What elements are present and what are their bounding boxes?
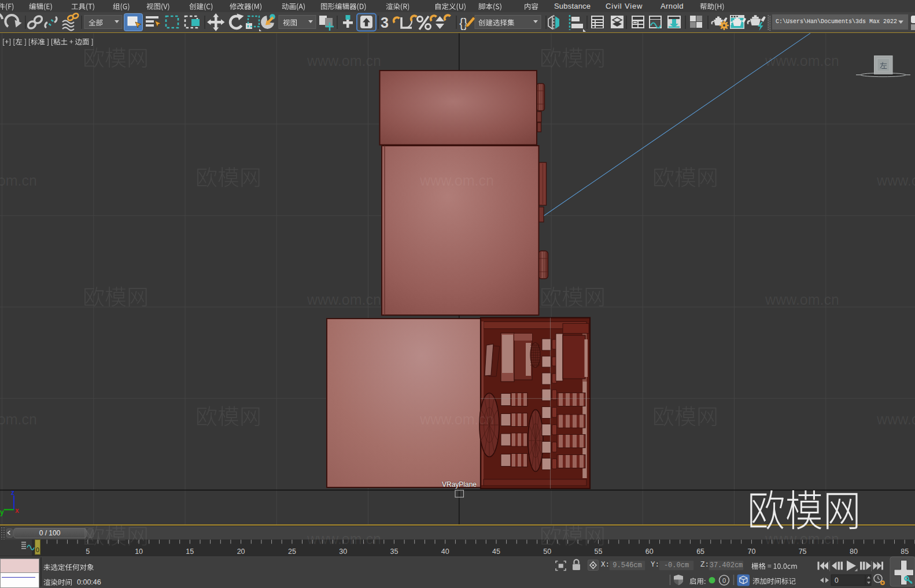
svg-text:www.om.cn: www.om.cn [307,531,381,547]
svg-text:www.om.cn: www.om.cn [307,53,381,69]
svg-text:www.om.cn: www.om.cn [876,411,915,427]
svg-text:www.om.cn: www.om.cn [765,531,839,547]
svg-text:www.om.cn: www.om.cn [765,291,839,308]
svg-text:www.om.cn: www.om.cn [0,172,37,188]
svg-text:www.om.cn: www.om.cn [307,291,381,308]
svg-text:www.om.cn: www.om.cn [419,172,494,188]
svg-text:www.om.cn: www.om.cn [876,172,915,188]
svg-text:www.om.cn: www.om.cn [765,53,839,69]
svg-text:www.om.cn: www.om.cn [419,411,494,427]
svg-text:www.om.cn: www.om.cn [0,411,37,427]
